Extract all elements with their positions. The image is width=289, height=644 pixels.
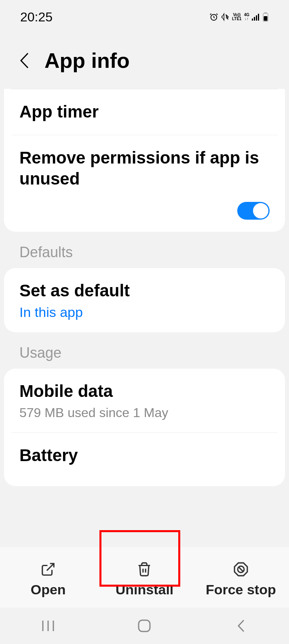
- remove-permissions-toggle[interactable]: [237, 202, 270, 220]
- set-as-default-item[interactable]: Set as default In this app: [4, 268, 285, 333]
- battery-item[interactable]: Battery: [4, 433, 285, 487]
- network-4g-icon: 4G↓↑: [244, 13, 249, 21]
- app-timer-item[interactable]: App timer: [4, 89, 285, 135]
- chevron-left-icon: [236, 619, 245, 633]
- home-button[interactable]: [124, 619, 165, 633]
- toggle-row: [4, 195, 285, 232]
- remove-permissions-item[interactable]: Remove permissions if app is unused: [4, 135, 285, 195]
- svg-rect-8: [264, 16, 268, 21]
- mobile-data-label: Mobile data: [19, 381, 270, 402]
- stop-icon: [233, 562, 249, 577]
- signal-icon: [252, 13, 260, 21]
- section-defaults-label: Defaults: [0, 232, 289, 268]
- card-defaults: Set as default In this app: [4, 268, 285, 333]
- svg-rect-7: [264, 13, 267, 14]
- page-title: App info: [44, 48, 130, 73]
- set-as-default-sub: In this app: [19, 304, 270, 320]
- status-bar: 20:25 Vo))LTE1 4G↓↑: [0, 0, 289, 28]
- open-icon: [40, 562, 56, 577]
- chevron-left-icon: [19, 52, 30, 69]
- alarm-icon: [209, 13, 218, 21]
- recents-icon: [41, 620, 55, 632]
- highlight-box: [99, 530, 180, 587]
- mobile-data-sub: 579 MB used since 1 May: [19, 405, 270, 420]
- status-time: 20:25: [20, 10, 53, 25]
- set-as-default-label: Set as default: [19, 280, 270, 302]
- app-timer-label: App timer: [19, 101, 270, 123]
- vibrate-icon: [221, 13, 230, 21]
- card-general: App timer Remove permissions if app is u…: [4, 89, 285, 232]
- home-icon: [137, 619, 151, 633]
- force-stop-button[interactable]: Force stop: [193, 562, 289, 598]
- header: App info: [0, 28, 289, 89]
- battery-icon: [262, 12, 269, 22]
- card-usage: Mobile data 579 MB used since 1 May Batt…: [4, 369, 285, 486]
- mobile-data-item[interactable]: Mobile data 579 MB used since 1 May: [4, 369, 285, 432]
- back-button[interactable]: [16, 52, 32, 69]
- open-button[interactable]: Open: [0, 562, 96, 598]
- system-nav-bar: [0, 608, 289, 644]
- toggle-knob: [252, 202, 269, 219]
- battery-label: Battery: [19, 445, 270, 466]
- svg-line-10: [238, 567, 243, 571]
- svg-rect-14: [139, 620, 150, 631]
- nav-back-button[interactable]: [221, 619, 261, 633]
- svg-rect-5: [258, 14, 259, 21]
- recents-button[interactable]: [28, 620, 68, 632]
- force-stop-label: Force stop: [206, 582, 276, 598]
- status-icons: Vo))LTE1 4G↓↑: [209, 12, 269, 22]
- svg-rect-3: [254, 17, 255, 21]
- svg-rect-4: [256, 15, 257, 21]
- open-label: Open: [31, 582, 66, 598]
- section-usage-label: Usage: [0, 332, 289, 369]
- svg-rect-2: [252, 19, 253, 21]
- remove-permissions-label: Remove permissions if app is unused: [19, 147, 270, 190]
- volte-icon: Vo))LTE1: [232, 13, 242, 21]
